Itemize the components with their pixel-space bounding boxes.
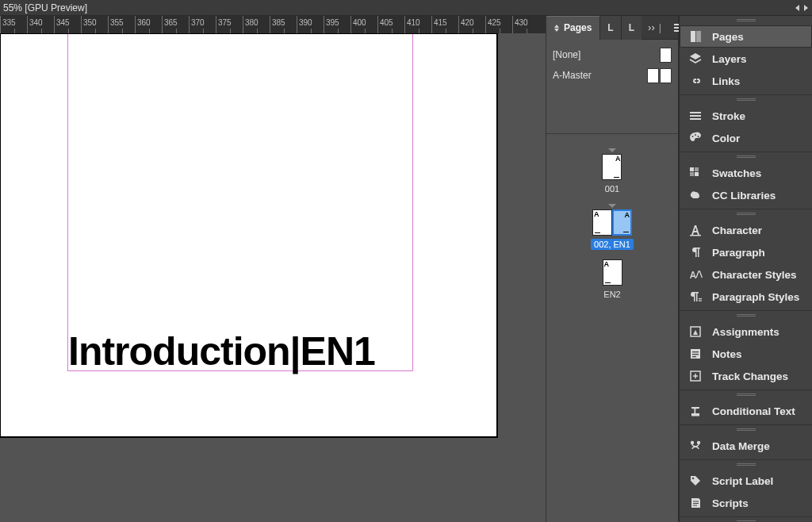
svg-point-6 (695, 134, 696, 136)
section-start-icon (608, 148, 616, 152)
panel-group: TConditional Text (680, 397, 812, 425)
pasteboard[interactable]: Introduction|EN1 (0, 33, 546, 522)
svg-rect-17 (692, 351, 699, 352)
panel-entry-data-merge[interactable]: Data Merge (680, 435, 812, 457)
tab-links-mini[interactable]: L (621, 16, 642, 40)
expand-chevrons-icon: ›› (648, 21, 655, 33)
assignments-icon (688, 324, 703, 339)
master-pages-section: [None]A-Master (546, 40, 678, 134)
panel-group: Data Merge (680, 432, 812, 460)
ruler-tick: 355 (108, 16, 135, 33)
document-pages-section: A001AA002, EN1AEN2 (546, 134, 678, 314)
tab-pages-label: Pages (564, 22, 592, 33)
ruler-tick-label: 405 (380, 18, 393, 27)
panel-entry-assignments[interactable]: Assignments (680, 320, 812, 343)
ruler-tick: 405 (377, 16, 404, 33)
svg-point-7 (698, 136, 699, 137)
panel-entry-links[interactable]: Links (680, 70, 812, 92)
ruler-tick-label: 420 (461, 18, 474, 27)
panel-entry-script-label[interactable]: Script Label (680, 470, 812, 492)
panel-entry-label: Track Changes (712, 370, 788, 382)
ruler-tick-label: 425 (488, 18, 501, 27)
panel-group: Script LabelScripts (680, 467, 812, 517)
collapse-toggle-icon[interactable] (554, 25, 559, 32)
ruler-tick: 380 (243, 16, 270, 33)
panel-entry-swatches[interactable]: Swatches (680, 162, 812, 184)
spread-item[interactable]: AA002, EN1 (591, 204, 634, 250)
panel-entry-layers[interactable]: Layers (680, 48, 812, 70)
panel-grip[interactable] (680, 460, 812, 467)
panel-entry-pages[interactable]: Pages (680, 25, 812, 48)
ruler-tick-label: 350 (83, 18, 97, 27)
ruler-tick: 385 (270, 16, 297, 33)
svg-rect-4 (690, 118, 701, 120)
ruler-tick-label: 410 (407, 18, 420, 27)
panel-entry-cc-libraries[interactable]: CC Libraries (680, 184, 812, 206)
panel-entry-stroke[interactable]: Stroke (680, 105, 812, 127)
panel-grip[interactable] (680, 517, 812, 522)
panel-entry-label: Paragraph Styles (712, 291, 799, 303)
panel-entry-scripts[interactable]: Scripts (680, 492, 812, 514)
panel-entry-label: Scripts (712, 497, 749, 509)
panel-entry-track-changes[interactable]: Track Changes (680, 365, 812, 387)
panel-entry-conditional-text[interactable]: TConditional Text (680, 400, 812, 422)
panel-grip[interactable] (680, 209, 812, 217)
ruler-tick-label: 375 (218, 18, 232, 27)
panel-grip[interactable] (680, 16, 812, 23)
master-row[interactable]: A-Master (553, 65, 672, 86)
ruler-tick-label: 360 (137, 18, 151, 27)
panel-entry-label: Character Styles (712, 269, 797, 281)
ruler-tick-label: 340 (29, 18, 43, 27)
panel-entry-notes[interactable]: Notes (680, 343, 812, 365)
paragraph-icon (688, 245, 703, 259)
spread-label: 001 (602, 183, 622, 194)
panel-entry-color[interactable]: Color (680, 127, 812, 149)
conditional-icon: T (688, 404, 703, 418)
panel-group: SwatchesCC Libraries (680, 159, 812, 209)
panel-entry-label: Assignments (712, 326, 779, 338)
canvas-area: 3353403453503553603653703753803853903954… (0, 16, 546, 522)
svg-rect-2 (690, 112, 701, 113)
page-thumb[interactable]: A (612, 209, 632, 236)
page-thumb[interactable]: A (603, 259, 622, 286)
panel-entry-paragraph[interactable]: Paragraph (680, 241, 812, 263)
page-thumb[interactable]: A (592, 209, 612, 236)
panel-grip[interactable] (680, 311, 812, 318)
horizontal-ruler[interactable]: 3353403453503553603653703753803853903954… (0, 16, 546, 33)
panel-grip[interactable] (680, 95, 812, 102)
workspace-switcher-icon[interactable] (795, 3, 809, 13)
headline-text[interactable]: Introduction|EN1 (68, 328, 375, 374)
master-thumb[interactable] (647, 68, 659, 83)
svg-rect-19 (692, 356, 696, 357)
trackchanges-icon (688, 369, 703, 383)
ruler-tick: 390 (297, 16, 324, 33)
panel-entry-label: Links (712, 75, 740, 87)
master-row[interactable]: [None] (553, 44, 672, 65)
tab-layers-mini[interactable]: L (599, 16, 620, 40)
ruler-tick-label: 335 (2, 18, 16, 27)
panel-grip[interactable] (680, 425, 812, 432)
panel-expand-button[interactable]: ›› | (642, 21, 668, 33)
pages-icon (688, 29, 703, 44)
page-thumb[interactable]: A (602, 154, 622, 180)
master-thumbs (647, 68, 672, 83)
panel-entry-label: Script Label (712, 475, 773, 487)
panel-grip[interactable] (680, 152, 812, 159)
ruler-tick: 430 (512, 16, 539, 33)
panel-entry-character-styles[interactable]: Character Styles (680, 263, 812, 286)
master-indicator: A (604, 260, 610, 268)
spread-item[interactable]: A001 (602, 148, 622, 194)
ruler-tick: 365 (162, 16, 189, 33)
panel-entry-character[interactable]: Character (680, 219, 812, 241)
master-thumb[interactable] (660, 68, 672, 83)
svg-rect-12 (690, 235, 701, 236)
svg-rect-18 (692, 354, 699, 355)
tab-pages[interactable]: Pages (546, 16, 599, 40)
spread-item[interactable]: AEN2 (600, 259, 623, 300)
master-thumb[interactable] (660, 48, 672, 63)
panel-entry-paragraph-styles[interactable]: Paragraph Styles (680, 286, 812, 308)
ruler-tick: 410 (404, 16, 431, 33)
page[interactable]: Introduction|EN1 (0, 33, 498, 438)
master-indicator: A (625, 211, 630, 219)
panel-grip[interactable] (680, 390, 812, 397)
